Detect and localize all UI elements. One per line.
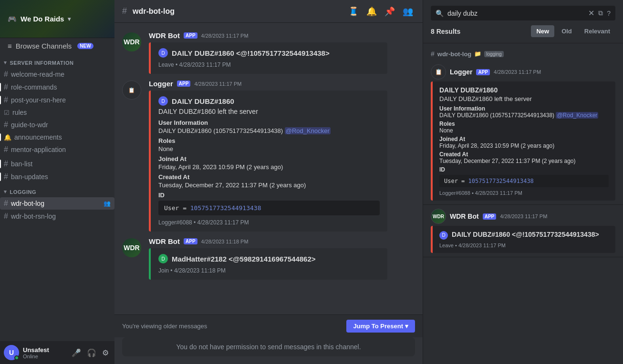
hash-icon: # [4, 96, 8, 104]
category-logging[interactable]: ▾ LOGGING [0, 187, 114, 197]
hash-icon: # [4, 70, 8, 79]
app-badge: APP [177, 81, 191, 87]
category-server-information[interactable]: ▾ SERVER INFORMATION [0, 58, 114, 68]
message-content: Logger APP 4/28/2023 11:17 PM D DAILY DU… [149, 80, 415, 232]
channel-wdr-bot-log[interactable]: # wdr-bot-log 👥 [0, 197, 114, 210]
message-content: WDR Bot APP 4/28/2023 11:18 PM D MadHatt… [149, 237, 415, 280]
user-status: Online [23, 354, 66, 359]
server-header[interactable]: 🎮 We Do Raids ▾ [0, 0, 114, 38]
sort-relevant-button[interactable]: Relevant [579, 25, 615, 37]
channel-rules[interactable]: ☑ rules [0, 107, 114, 118]
hash-icon: # [4, 199, 8, 208]
search-result-item[interactable]: WDR WDR Bot APP 4/28/2023 11:17 PM D DAI… [423, 205, 623, 257]
app-badge: APP [184, 32, 197, 39]
app-badge: APP [483, 213, 497, 220]
headphone-button[interactable]: 🎧 [85, 346, 98, 359]
microphone-button[interactable]: 🎤 [70, 346, 83, 359]
discord-icon: D [158, 254, 168, 263]
help-icon: ? [607, 10, 611, 17]
embed-field: User Information DAILY DUBZ#1860 (105751… [439, 105, 609, 119]
embed-field: User Information DAILY DUBZ#1860 (105751… [158, 119, 380, 134]
messages-area[interactable]: WDR WDR Bot APP 4/28/2023 11:17 PM D DAI… [114, 23, 423, 314]
message-avatar: WDR [122, 32, 141, 51]
embed-footer: Logger#6088 • 4/28/2023 11:17 PM [439, 190, 609, 196]
search-header: 🔍 ✕ ⧉ ? 8 Results New Old Relevant [423, 0, 623, 43]
main-chat-area: # wdr-bot-log 🧵 🔔 📌 👥 WDR WDR Bot APP 4/… [114, 0, 423, 364]
toggle-icon: ▾ [4, 60, 7, 66]
hash-icon: # [4, 121, 8, 129]
embed-author: D DAILY DUBZ#1860 <@!1057517732544913438… [158, 48, 380, 58]
channel-header: # wdr-bot-log 🧵 🔔 📌 👥 [114, 0, 423, 23]
chevron-icon: ▾ [405, 323, 408, 330]
channel-announcements[interactable]: 🔔 announcements [0, 131, 114, 143]
app-badge: APP [184, 238, 197, 244]
message-group: 📋 Logger APP 4/28/2023 11:17 PM D DAILY … [114, 79, 423, 233]
input-area: You do not have permission to send messa… [114, 337, 423, 364]
search-bar: 🔍 ✕ ⧉ ? [431, 6, 615, 20]
message-timestamp: 4/28/2023 11:18 PM [201, 239, 249, 244]
user-area: U Unsafest Online 🎤 🎧 ⚙ [0, 341, 114, 364]
threads-button[interactable]: 🧵 [346, 4, 361, 19]
hash-icon: # [4, 160, 8, 168]
notifications-button[interactable]: 🔔 [364, 4, 379, 19]
search-result-author: WDR Bot [450, 212, 479, 220]
search-result-avatar: WDR [431, 209, 446, 224]
online-status-dot [14, 355, 19, 360]
settings-button[interactable]: ⚙ [100, 346, 111, 359]
message-author: WDR Bot [149, 31, 180, 40]
search-result-item[interactable]: 📋 Logger APP 4/28/2023 11:17 PM DAILY DU… [423, 61, 623, 205]
embed-footer: Leave • 4/28/2023 11:17 PM [439, 243, 609, 248]
no-permission-message: You do not have permission to send messa… [122, 337, 415, 356]
embed-author: D DAILY DUBZ#1860 [158, 96, 380, 106]
embed-code: User = 1057517732544913438 [158, 201, 380, 215]
sort-new-button[interactable]: New [531, 25, 554, 37]
channel-wdr-bot-rsn-log[interactable]: # wdr-bot-rsn-log [0, 210, 114, 222]
embed-author: DAILY DUBZ#1860 [439, 86, 609, 94]
search-close-button[interactable]: ✕ [588, 9, 594, 18]
channel-welcome-read-me[interactable]: # welcome-read-me [0, 68, 114, 81]
server-chevron-icon: ▾ [68, 16, 71, 22]
members-button[interactable]: 👥 [401, 4, 415, 19]
search-meta: 8 Results New Old Relevant [431, 25, 615, 37]
message-header: WDR Bot APP 4/28/2023 11:17 PM [149, 31, 415, 40]
search-result-timestamp: 4/28/2023 11:17 PM [494, 69, 541, 75]
channel-mentor-application[interactable]: # mentor-application [0, 143, 114, 156]
search-result-author: Logger [450, 68, 472, 76]
header-actions: 🧵 🔔 📌 👥 [346, 4, 415, 19]
username: Unsafest [23, 346, 66, 354]
browse-channels-button[interactable]: ≡ Browse Channels NEW [0, 38, 114, 54]
embed-author-name: DAILY DUBZ#1860 [172, 97, 234, 105]
hash-icon: # [4, 172, 8, 181]
embed-description: DAILY DUBZ#1860 left the server [158, 108, 380, 115]
search-results[interactable]: # wdr-bot-log 📁 logging 📋 Logger APP 4/2… [423, 43, 623, 364]
message-embed: D DAILY DUBZ#1860 <@!1057517732544913438… [149, 42, 387, 74]
bell-icon: 🔔 [4, 134, 11, 141]
hash-icon: # [431, 50, 435, 58]
message-embed: D DAILY DUBZ#1860 DAILY DUBZ#1860 left t… [149, 91, 387, 232]
channel-guide-to-wdr[interactable]: # guide-to-wdr [0, 119, 114, 131]
channel-ban-updates[interactable]: # ban-updates [0, 171, 114, 183]
embed-field: ID User = 1057517732544913438 [439, 166, 609, 187]
user-avatar-container: U [4, 345, 19, 360]
embed-field: Created At Tuesday, December 27, 2022 11… [439, 151, 609, 164]
channel-post-your-rsn-here[interactable]: # post-your-rsn-here [0, 94, 114, 106]
sidebar: 🎮 We Do Raids ▾ ≡ Browse Channels NEW ▾ … [0, 0, 114, 364]
channel-role-commands[interactable]: # role-commands [0, 81, 114, 93]
channel-ban-list[interactable]: # ban-list [0, 158, 114, 170]
channel-header-name: wdr-bot-log [133, 7, 175, 16]
result-channel-name: wdr-bot-log [437, 51, 471, 58]
jump-to-present-button[interactable]: Jump To Present ▾ [346, 320, 415, 333]
toggle-icon: ▾ [4, 189, 7, 195]
embed-author: D MadHatter#2182 <@598291416967544862> [158, 254, 380, 263]
avatar-col: WDR [122, 32, 141, 74]
embed-author: DAILY DUBZ#1860 <@!1057517732544913438> [452, 231, 599, 238]
embed-code: User = 1057517732544913438 [439, 175, 609, 187]
embed-footer: Join • 4/28/2023 11:18 PM [158, 267, 380, 274]
pinned-button[interactable]: 📌 [383, 4, 397, 19]
search-msg-header: 📋 Logger APP 4/28/2023 11:17 PM [431, 64, 615, 80]
sort-old-button[interactable]: Old [556, 25, 577, 37]
embed-field: Roles None [158, 137, 380, 152]
embed-field: Joined At Friday, April 28, 2023 10:59 P… [439, 136, 609, 149]
search-input[interactable] [447, 10, 584, 17]
search-result-embed: D DAILY DUBZ#1860 <@!1057517732544913438… [431, 226, 615, 253]
